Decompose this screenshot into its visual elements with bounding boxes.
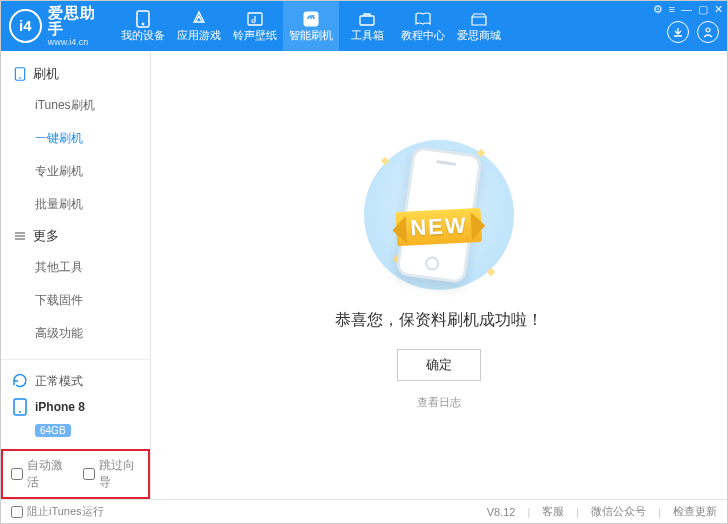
device-name: iPhone 8 bbox=[35, 400, 85, 414]
maximize-icon[interactable]: ▢ bbox=[698, 3, 708, 16]
svg-point-7 bbox=[19, 77, 21, 79]
toolbox-icon bbox=[357, 10, 377, 28]
sidebar: 刷机 iTunes刷机 一键刷机 专业刷机 批量刷机 更多 其他工具 下载固件 … bbox=[1, 51, 151, 499]
skip-guide-checkbox[interactable]: 跳过向导 bbox=[83, 457, 141, 491]
svg-point-5 bbox=[706, 28, 710, 32]
mode-label: 正常模式 bbox=[35, 373, 83, 390]
version-label: V8.12 bbox=[487, 506, 516, 518]
block-itunes-checkbox[interactable]: 阻止iTunes运行 bbox=[11, 504, 104, 519]
svg-rect-4 bbox=[360, 16, 374, 25]
sidebar-item-pro[interactable]: 专业刷机 bbox=[1, 155, 150, 188]
chk-label: 跳过向导 bbox=[99, 457, 141, 491]
nav-flash[interactable]: 智能刷机 bbox=[283, 1, 339, 51]
sidebar-item-firmware[interactable]: 下载固件 bbox=[1, 284, 150, 317]
cat-label: 更多 bbox=[33, 227, 59, 245]
sidebar-cat-flash: 刷机 bbox=[1, 59, 150, 89]
brand-logo: i4 爱思助手 www.i4.cn bbox=[9, 5, 109, 48]
device-status[interactable]: iPhone 8 bbox=[11, 394, 140, 420]
chk-label: 自动激活 bbox=[27, 457, 69, 491]
storage-badge: 64GB bbox=[35, 424, 71, 437]
brand-url: www.i4.cn bbox=[48, 38, 109, 48]
nav-my-device[interactable]: 我的设备 bbox=[115, 1, 171, 51]
nav-tutorials[interactable]: 教程中心 bbox=[395, 1, 451, 51]
success-message: 恭喜您，保资料刷机成功啦！ bbox=[335, 310, 543, 331]
settings-icon[interactable]: ⚙ bbox=[653, 3, 663, 16]
sidebar-item-oneclick[interactable]: 一键刷机 bbox=[1, 122, 150, 155]
main-content: NEW 恭喜您，保资料刷机成功啦！ 确定 查看日志 bbox=[151, 51, 727, 499]
nav-label: 应用游戏 bbox=[177, 28, 221, 43]
sidebar-item-othertools[interactable]: 其他工具 bbox=[1, 251, 150, 284]
device-icon bbox=[133, 10, 153, 28]
nav-label: 我的设备 bbox=[121, 28, 165, 43]
nav-ringtones[interactable]: 铃声壁纸 bbox=[227, 1, 283, 51]
app-header: i4 爱思助手 www.i4.cn 我的设备 应用游戏 铃声壁纸 智能刷机 bbox=[1, 1, 727, 51]
nav-label: 爱思商城 bbox=[457, 28, 501, 43]
footer-update[interactable]: 检查更新 bbox=[673, 504, 717, 519]
sidebar-item-advanced[interactable]: 高级功能 bbox=[1, 317, 150, 350]
cat-label: 刷机 bbox=[33, 65, 59, 83]
confirm-button[interactable]: 确定 bbox=[397, 349, 481, 381]
top-nav: 我的设备 应用游戏 铃声壁纸 智能刷机 工具箱 教程中心 bbox=[115, 1, 507, 51]
refresh-icon bbox=[11, 372, 29, 390]
close-icon[interactable]: ✕ bbox=[714, 3, 723, 16]
window-controls: ⚙ ≡ — ▢ ✕ bbox=[653, 3, 723, 16]
nav-label: 智能刷机 bbox=[289, 28, 333, 43]
flash-icon bbox=[301, 10, 321, 28]
footer-wechat[interactable]: 微信公众号 bbox=[591, 504, 646, 519]
nav-label: 教程中心 bbox=[401, 28, 445, 43]
sidebar-item-batch[interactable]: 批量刷机 bbox=[1, 188, 150, 221]
new-ribbon: NEW bbox=[396, 208, 483, 246]
status-bar: 阻止iTunes运行 V8.12 | 客服 | 微信公众号 | 检查更新 bbox=[1, 499, 727, 523]
menu-icon[interactable]: ≡ bbox=[669, 3, 675, 16]
music-icon bbox=[245, 10, 265, 28]
nav-label: 工具箱 bbox=[351, 28, 384, 43]
svg-point-9 bbox=[19, 411, 21, 413]
auto-activate-checkbox[interactable]: 自动激活 bbox=[11, 457, 69, 491]
sidebar-item-itunes[interactable]: iTunes刷机 bbox=[1, 89, 150, 122]
footer-support[interactable]: 客服 bbox=[542, 504, 564, 519]
apps-icon bbox=[189, 10, 209, 28]
book-icon bbox=[413, 10, 433, 28]
view-log-link[interactable]: 查看日志 bbox=[417, 395, 461, 410]
svg-point-1 bbox=[142, 23, 144, 25]
nav-apps[interactable]: 应用游戏 bbox=[171, 1, 227, 51]
nav-toolbox[interactable]: 工具箱 bbox=[339, 1, 395, 51]
mode-status[interactable]: 正常模式 bbox=[11, 368, 140, 394]
logo-icon: i4 bbox=[9, 9, 42, 43]
nav-label: 铃声壁纸 bbox=[233, 28, 277, 43]
device-icon bbox=[13, 67, 27, 81]
device-icon bbox=[11, 398, 29, 416]
nav-store[interactable]: 爱思商城 bbox=[451, 1, 507, 51]
user-icon[interactable] bbox=[697, 21, 719, 43]
success-illustration: NEW bbox=[364, 140, 514, 290]
brand-name: 爱思助手 bbox=[48, 5, 109, 38]
store-icon bbox=[469, 10, 489, 28]
sidebar-cat-more: 更多 bbox=[1, 221, 150, 251]
more-icon bbox=[13, 229, 27, 243]
options-box: 自动激活 跳过向导 bbox=[1, 449, 150, 499]
chk-label: 阻止iTunes运行 bbox=[27, 504, 104, 519]
minimize-icon[interactable]: — bbox=[681, 3, 692, 16]
download-icon[interactable] bbox=[667, 21, 689, 43]
